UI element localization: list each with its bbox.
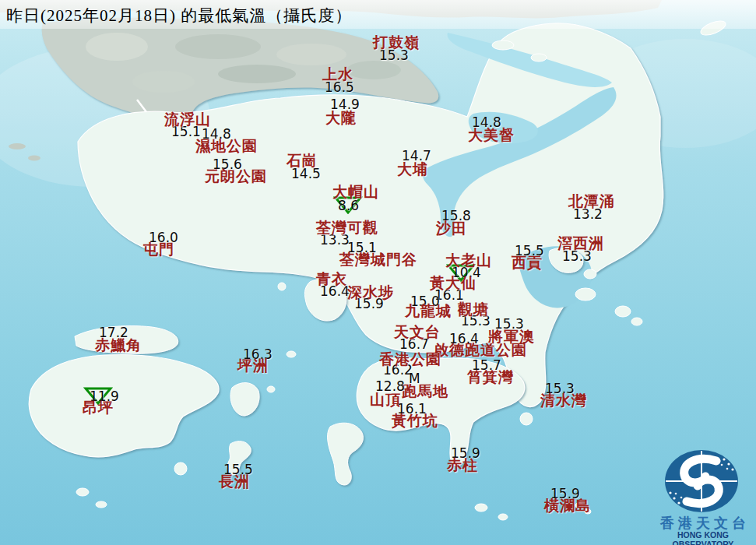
station-value: 15.3 [379,49,409,62]
station-name-label: 大帽山 [332,185,379,199]
station-name-label: 九龍城 [405,304,452,318]
hko-logo: 香港天文台 HONG KONG OBSERVATORY [652,450,754,543]
station-name-label: 赤柱 [447,458,478,473]
station-name-label: 青衣 [316,272,347,287]
station-name-label: 大美督 [468,128,515,142]
station-name-label: 香港公園 [379,352,441,367]
station-name-label: 橫瀾島 [544,498,591,513]
station-name-label: 坪洲 [237,358,269,373]
station-name-label: 山頂 [370,392,401,407]
station-name-label: 滘西洲 [557,236,604,251]
station-name-label: 昂坪 [83,400,114,415]
title-band: 昨日(2025年02月18日) 的最低氣溫（攝氏度） [0,0,756,29]
hko-min-temp-map: 15.3打鼓嶺16.5上水14.9大隴15.1流浮山14.8濕地公園15.6元朗… [0,0,756,545]
station-name-label: 清水灣 [540,393,587,408]
page-title: 昨日(2025年02月18日) 的最低氣溫（攝氏度） [6,5,352,26]
station-name-label: 赤鱲角 [95,338,142,353]
station-name-label: 濕地公園 [195,139,258,153]
station-name-label: 深水埗 [347,285,394,300]
station-value: 15.3 [562,250,592,263]
station-name-label: 北潭涌 [568,194,615,209]
hko-logo-english: HONG KONG OBSERVATORY [651,530,755,545]
station-name-label: 石崗 [287,153,318,168]
station-name-label: 大隴 [325,111,357,125]
station-name-label: 打鼓嶺 [373,35,420,50]
station-value: 16.5 [325,81,354,94]
station-name-label: 上水 [322,67,353,82]
station-name-label: 長洲 [219,474,250,489]
station-name-label: 沙田 [436,221,467,236]
station-name-label: 大埔 [397,162,428,177]
station-value: 14.5 [291,167,321,181]
station-value: 13.2 [573,208,603,221]
station-name-label: 流浮山 [164,112,211,127]
station-name-label: 荃灣城門谷 [339,252,417,267]
station-name-label: 跑馬地 [402,384,448,399]
station-name-label: 觀塘 [458,302,489,317]
station-name-label: 大老山 [445,253,492,268]
station-name-label: 屯門 [143,242,174,257]
station-name-label: 荃灣可觀 [316,220,378,235]
station-name-label: 元朗公園 [205,169,267,184]
station-name-label: 筲箕灣 [467,370,514,385]
station-name-label: 黃大仙 [430,276,476,290]
station-value: 8.6 [338,199,359,213]
station-name-label: 黃竹坑 [392,413,438,428]
station-labels-layer: 15.3打鼓嶺16.5上水14.9大隴15.1流浮山14.8濕地公園15.6元朗… [0,0,756,545]
station-name-label: 天文台 [394,325,441,339]
station-name-label: 啟德跑道公園 [434,343,527,357]
station-name-label: 西貢 [512,255,543,270]
